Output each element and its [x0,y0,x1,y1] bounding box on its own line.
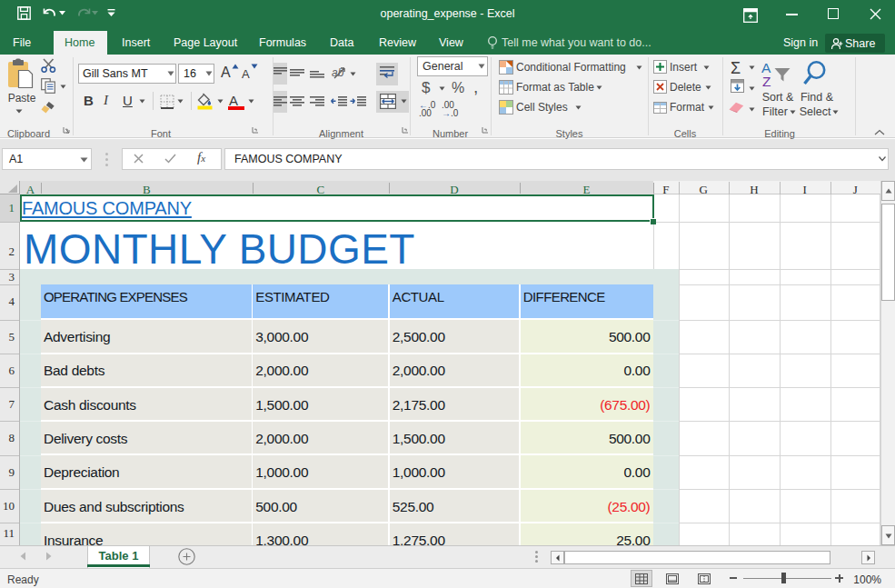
svg-text:Z: Z [762,74,771,89]
